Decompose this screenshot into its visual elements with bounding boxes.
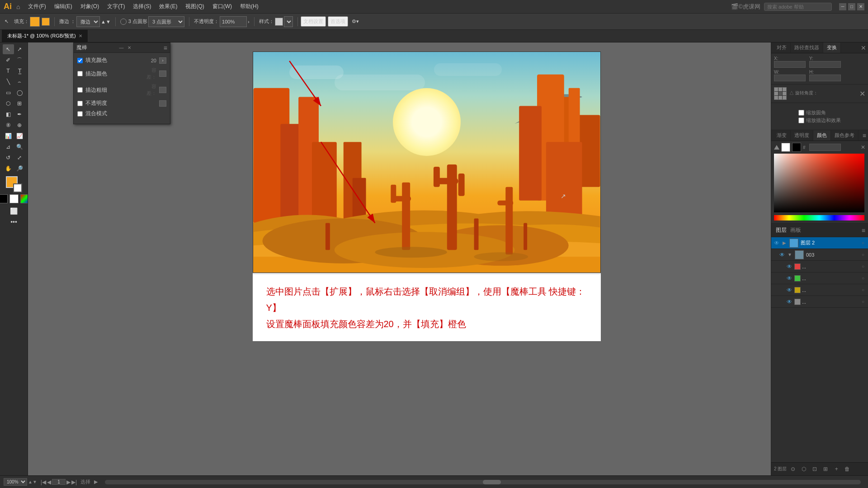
last-page-btn[interactable]: ▶| xyxy=(71,479,77,485)
gradient-swatch[interactable] xyxy=(20,194,28,203)
color-panel-menu-icon[interactable]: ≡ xyxy=(863,132,866,139)
layers-delete-btn[interactable]: 🗑 xyxy=(843,465,852,474)
zoom-view-tool[interactable]: 🔎 xyxy=(14,164,25,174)
type-tool[interactable]: T xyxy=(3,66,14,76)
more-tools-btn[interactable]: ••• xyxy=(3,217,25,227)
main-tab[interactable]: 未标题-1* @ 100% (RGB/预览) ✕ xyxy=(2,30,88,42)
symbol-tool[interactable]: ⊕ xyxy=(14,120,25,130)
scale-corners-check[interactable] xyxy=(798,110,804,116)
artboards-tab[interactable]: 画板 xyxy=(788,225,803,235)
layer-003-lock-icon[interactable]: ○ xyxy=(860,252,866,258)
layers-clip-btn[interactable]: ⊡ xyxy=(810,465,819,474)
arc-tool[interactable]: ⌢ xyxy=(14,77,25,87)
w-input[interactable] xyxy=(774,75,806,81)
blend-tool[interactable]: ⑧ xyxy=(3,120,14,130)
pathfinder-tab[interactable]: 路径查找器 xyxy=(791,42,823,53)
hex-color-input[interactable]: EF9D2E xyxy=(809,144,841,151)
layer-red-visibility-icon[interactable]: 👁 xyxy=(786,263,793,270)
doc-settings-button[interactable]: 文档设置 xyxy=(301,16,326,27)
curvature-tool[interactable]: ⌒ xyxy=(14,55,25,65)
menu-view[interactable]: 视图(Q) xyxy=(182,2,208,11)
zoom-select[interactable]: 100% xyxy=(4,478,27,486)
menu-effect[interactable]: 效果(E) xyxy=(156,2,181,11)
layers-tab[interactable]: 图层 xyxy=(774,225,788,235)
x-input[interactable] xyxy=(774,61,806,68)
white-swatch[interactable] xyxy=(9,194,19,203)
menu-help[interactable]: 帮助(H) xyxy=(236,2,262,11)
layers-group-btn[interactable]: ⊞ xyxy=(821,465,830,474)
transparency-tab[interactable]: 透明度 xyxy=(791,130,813,141)
paint-bucket-tool[interactable]: ⬡ xyxy=(3,99,14,108)
search-input[interactable] xyxy=(764,3,832,11)
home-icon[interactable]: ⌂ xyxy=(16,3,20,10)
first-page-btn[interactable]: |◀ xyxy=(41,479,46,485)
zoom-tool[interactable]: 🔍 xyxy=(14,142,25,152)
menu-window[interactable]: 窗口(W) xyxy=(209,2,236,11)
brush-type-select[interactable]: 撒边 xyxy=(76,16,100,27)
black-color-swatch[interactable] xyxy=(792,143,801,152)
style-select[interactable] xyxy=(284,16,293,27)
fill-color-checkbox[interactable] xyxy=(77,58,83,63)
layer-item-003[interactable]: 👁 ▼ 003 ○ xyxy=(771,249,868,261)
layer-2-lock-icon[interactable]: ○ xyxy=(860,240,866,246)
layer-gray-visibility-icon[interactable]: 👁 xyxy=(786,298,793,305)
layer-item-yellow[interactable]: 👁 ... ○ xyxy=(771,284,868,296)
layer-yellow-visibility-icon[interactable]: 👁 xyxy=(786,286,793,294)
direct-select-tool[interactable]: ↗ xyxy=(14,44,25,54)
slice-tool[interactable]: ⊿ xyxy=(3,142,14,152)
zoom-arrows[interactable]: ▲▼ xyxy=(28,479,37,484)
prev-page-btn[interactable]: ◀ xyxy=(47,479,51,485)
point-type-selector[interactable]: 3 点圆形 3 点圆形 xyxy=(118,15,186,28)
layers-locate-btn[interactable]: ⊙ xyxy=(788,465,797,474)
eyedropper-tool[interactable]: ✒ xyxy=(14,109,25,119)
scrollbar-thumb[interactable] xyxy=(483,480,501,484)
menu-object[interactable]: 对象(O) xyxy=(77,2,103,11)
right-panel-close-btn[interactable]: ✕ xyxy=(861,44,866,52)
menu-select[interactable]: 选择(S) xyxy=(129,2,155,11)
page-input[interactable] xyxy=(52,479,66,485)
layer-item-2[interactable]: 👁 ▶ 图层 2 ○ xyxy=(771,237,868,249)
minimize-button[interactable]: ─ xyxy=(839,3,846,10)
color-guide-tab[interactable]: 颜色参考 xyxy=(831,130,859,141)
mesh-tool[interactable]: ⊞ xyxy=(14,99,25,108)
blend-mode-checkbox[interactable] xyxy=(77,111,83,117)
art-board-tool[interactable]: ⬜ xyxy=(3,206,25,216)
opacity-checkbox[interactable] xyxy=(77,101,83,106)
stroke-width-checkbox[interactable] xyxy=(77,87,83,93)
layer-003-expand-icon[interactable]: ▼ xyxy=(787,252,793,258)
background-color[interactable] xyxy=(13,183,22,192)
panel-minimize-btn[interactable]: — xyxy=(118,45,124,51)
preferences-button[interactable]: 首选项 xyxy=(328,16,348,27)
menu-text[interactable]: 文字(T) xyxy=(104,2,128,11)
menu-file[interactable]: 文件(F) xyxy=(24,2,49,11)
fg-bg-color-selector[interactable] xyxy=(6,176,22,192)
column-graph-tool[interactable]: 📊 xyxy=(3,131,14,141)
transform-tab[interactable]: 变换 xyxy=(823,42,841,53)
panel-menu-icon[interactable]: ≡ xyxy=(164,44,167,52)
bar-graph-tool[interactable]: 📈 xyxy=(14,131,25,141)
gradient-tab[interactable]: 渐变 xyxy=(773,130,791,141)
horizontal-scrollbar[interactable] xyxy=(105,480,861,484)
scale-strokes-check[interactable] xyxy=(798,117,804,123)
color-gradient-picker[interactable] xyxy=(774,154,864,212)
color-tab[interactable]: 颜色 xyxy=(813,130,831,141)
point-type-select[interactable]: 3 点圆形 xyxy=(148,16,184,27)
hue-slider[interactable] xyxy=(774,215,864,221)
color-options-icon[interactable]: ✕ xyxy=(861,144,865,150)
layer-yellow-lock-icon[interactable]: ○ xyxy=(860,287,866,293)
fill-color-swatch[interactable] xyxy=(30,17,40,27)
layers-new-from-btn[interactable]: ⬡ xyxy=(799,465,808,474)
close-button[interactable]: ✕ xyxy=(857,3,864,10)
opacity-input[interactable] xyxy=(220,16,247,27)
transform-close-icon[interactable]: ✕ xyxy=(859,89,865,98)
ellipse-tool[interactable]: ◯ xyxy=(14,88,25,98)
next-page-btn[interactable]: ▶ xyxy=(66,479,71,485)
stroke-color-checkbox[interactable] xyxy=(77,71,83,76)
prefs-icon[interactable]: ⚙▾ xyxy=(350,18,361,25)
line-tool[interactable]: ╲ xyxy=(3,77,14,87)
touch-type-tool[interactable]: T̲ xyxy=(14,66,25,76)
reshape-tool[interactable]: ⤢ xyxy=(14,153,25,163)
warp-tool[interactable]: ↺ xyxy=(3,153,14,163)
brush-type-selector[interactable]: 撒边 ： 撒边 ▲▼ xyxy=(57,15,113,28)
layers-menu-icon[interactable]: ≡ xyxy=(862,227,865,234)
